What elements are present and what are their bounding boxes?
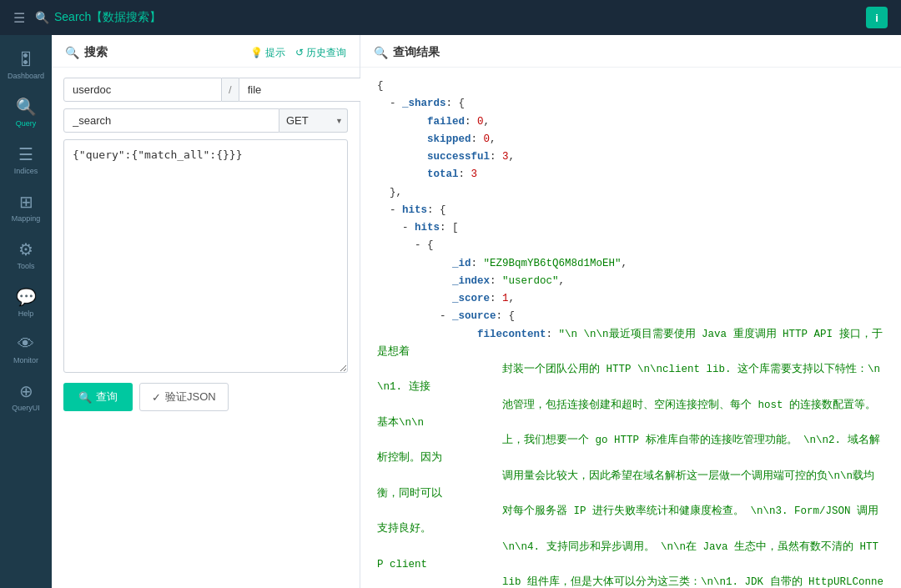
- results-header: 🔍 查询结果: [360, 35, 901, 68]
- json-failed: failed: 0,: [377, 113, 884, 131]
- hint-icon: 💡: [250, 47, 263, 58]
- sidebar-label-indices: Indices: [14, 167, 38, 175]
- sidebar-item-tools[interactable]: ⚙ Tools: [0, 231, 52, 279]
- json-filecontent5: 调用量会比较大，因此希望在域名解析这一层做一个调用端可控的负\n\n载均衡，同时…: [377, 468, 884, 504]
- search-panel-icon: 🔍: [65, 46, 79, 59]
- query-btn-icon: 🔍: [78, 391, 92, 404]
- sidebar-item-help[interactable]: 💬 Help: [0, 279, 52, 326]
- json-filecontent2: 封装一个团队公用的 HTTP \n\nclient lib. 这个库需要支持以下…: [377, 361, 884, 397]
- queryui-icon: ⊕: [19, 381, 33, 401]
- query-button[interactable]: 🔍 查询: [63, 383, 133, 411]
- menu-icon[interactable]: ☰: [13, 10, 25, 26]
- sidebar-label-dashboard: Dashboard: [8, 72, 44, 80]
- json-shards-close: },: [377, 184, 884, 202]
- two-panels: 🔍 搜索 💡 提示 ↺ 历史查询: [52, 35, 901, 588]
- main-layout: 🎛 Dashboard 🔍 Query ☰ Indices ⊞ Mapping …: [0, 35, 901, 588]
- sidebar-label-mapping: Mapping: [12, 214, 41, 223]
- results-icon: 🔍: [374, 46, 388, 59]
- dashboard-icon: 🎛: [18, 50, 34, 69]
- monitor-icon: 👁: [18, 334, 34, 354]
- sidebar-item-indices[interactable]: ☰ Indices: [0, 136, 52, 183]
- index-input[interactable]: [63, 78, 222, 102]
- json-index1: _index: "userdoc",: [377, 273, 884, 290]
- validate-btn-label: 验证JSON: [165, 389, 216, 405]
- tools-icon: ⚙: [18, 239, 33, 259]
- json-shards: - _shards: {: [377, 95, 884, 113]
- json-score1: _score: 1,: [377, 290, 884, 308]
- sidebar-label-query: Query: [16, 119, 37, 128]
- json-successful: successful: 3,: [377, 148, 884, 166]
- topbar-left: ☰ 🔍 Search【数据搜索】: [13, 10, 161, 26]
- results-title: 查询结果: [393, 45, 440, 60]
- json-filecontent7: \n\n4. 支持同步和异步调用。 \n\n在 Java 生态中，虽然有数不清的…: [377, 539, 884, 575]
- json-hits-outer: - hits: {: [377, 202, 884, 219]
- endpoint-input[interactable]: [63, 108, 279, 133]
- history-icon: ↺: [295, 47, 304, 58]
- sidebar-label-help: Help: [18, 309, 34, 318]
- results-panel: 🔍 查询结果 { - _shards: { failed: 0, skipped…: [360, 35, 901, 588]
- json-hits-inner: - hits: [: [377, 219, 884, 237]
- index-type-row: /: [63, 78, 348, 102]
- json-total: total: 3: [377, 166, 884, 183]
- history-button[interactable]: ↺ 历史查询: [295, 46, 346, 60]
- help-icon: 💬: [16, 287, 37, 307]
- query-textarea[interactable]: {"query":{"match_all":{}}}: [63, 139, 348, 373]
- validate-btn-icon: ✓: [152, 391, 161, 404]
- query-btn-label: 查询: [96, 389, 118, 405]
- page-title: Search【数据搜索】: [54, 10, 161, 25]
- json-root-open: {: [377, 78, 884, 95]
- topbar: ☰ 🔍 Search【数据搜索】 i: [0, 0, 901, 35]
- sidebar-item-mapping[interactable]: ⊞ Mapping: [0, 183, 52, 231]
- method-select-wrapper: GET POST PUT DELETE: [279, 108, 348, 133]
- results-content: { - _shards: { failed: 0, skipped: 0, su…: [360, 68, 901, 588]
- search-icon: 🔍: [35, 11, 49, 24]
- endpoint-method-row: GET POST PUT DELETE: [63, 108, 348, 133]
- json-skipped: skipped: 0,: [377, 131, 884, 148]
- sidebar: 🎛 Dashboard 🔍 Query ☰ Indices ⊞ Mapping …: [0, 35, 52, 588]
- sidebar-label-queryui: QueryUI: [12, 404, 40, 412]
- search-panel-title: 🔍 搜索: [65, 45, 108, 60]
- sidebar-item-queryui[interactable]: ⊕ QueryUI: [0, 373, 52, 420]
- json-filecontent4: 上，我们想要一个 go HTTP 标准库自带的连接吃管理功能。 \n\n2. 域…: [377, 432, 884, 468]
- hint-button[interactable]: 💡 提示: [250, 46, 285, 60]
- action-row: 🔍 查询 ✓ 验证JSON: [63, 383, 348, 411]
- search-form: / GET POST PUT DELETE: [52, 68, 360, 421]
- indices-icon: ☰: [18, 144, 33, 164]
- sidebar-label-tools: Tools: [17, 262, 34, 270]
- info-badge[interactable]: i: [866, 7, 888, 28]
- search-title-label: 搜索: [84, 45, 108, 60]
- search-panel: 🔍 搜索 💡 提示 ↺ 历史查询: [52, 35, 360, 588]
- json-id1: _id: "EZ9BqmYB6tQ6M8d1MoEH",: [377, 255, 884, 273]
- sidebar-item-monitor[interactable]: 👁 Monitor: [0, 326, 52, 373]
- method-select[interactable]: GET POST PUT DELETE: [279, 108, 348, 133]
- separator: /: [222, 78, 239, 102]
- json-filecontent8: lib 组件库，但是大体可以分为这三类：\n\n1. JDK 自带的 HttpU…: [377, 574, 884, 588]
- json-filecontent6: 对每个服务器 IP 进行失败率统计和健康度检查。 \n\n3. Form/JSO…: [377, 503, 884, 539]
- validate-button[interactable]: ✓ 验证JSON: [139, 383, 229, 411]
- history-label: 历史查询: [306, 46, 346, 60]
- sidebar-item-query[interactable]: 🔍 Query: [0, 88, 52, 136]
- sidebar-label-monitor: Monitor: [13, 356, 38, 364]
- topbar-title: 🔍 Search【数据搜索】: [35, 10, 161, 25]
- sidebar-item-dashboard[interactable]: 🎛 Dashboard: [0, 42, 52, 88]
- json-hit1-open: - {: [377, 237, 884, 254]
- search-panel-header: 🔍 搜索 💡 提示 ↺ 历史查询: [52, 35, 360, 68]
- search-panel-actions: 💡 提示 ↺ 历史查询: [250, 46, 346, 60]
- json-filecontent: filecontent: "\n \n\n最近项目需要使用 Java 重度调用 …: [377, 326, 884, 362]
- hint-label: 提示: [265, 46, 285, 60]
- json-filecontent3: 池管理，包括连接创建和超时、空闲连接控制、每个 host 的连接数配置等。基本\…: [377, 397, 884, 433]
- json-source1: - _source: {: [377, 308, 884, 325]
- mapping-icon: ⊞: [19, 192, 33, 212]
- query-icon: 🔍: [16, 97, 37, 117]
